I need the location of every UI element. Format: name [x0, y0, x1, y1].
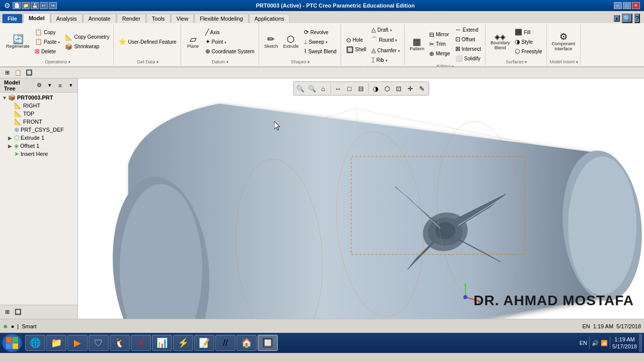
copy-geometry-button[interactable]: 📐Copy Geometry	[63, 33, 111, 42]
hole-button[interactable]: ⊙Hole	[344, 36, 368, 45]
extrude-button[interactable]: ⬡ Extrude	[281, 33, 301, 50]
taskbar-explorer[interactable]: 📁	[46, 335, 66, 351]
sidebar-view-toggle[interactable]: ⊞	[2, 68, 12, 78]
qa-redo[interactable]: ↪	[49, 2, 57, 9]
show-desktop-button[interactable]	[639, 334, 642, 352]
start-button[interactable]	[2, 334, 22, 352]
maximize-button[interactable]: □	[623, 2, 631, 9]
copy-button[interactable]: 📋Copy	[33, 28, 62, 37]
sketch-button[interactable]: ✏ Sketch	[262, 33, 280, 50]
coordinate-system-button[interactable]: ⊕Coordinate System	[203, 47, 257, 56]
shell-button[interactable]: 🔲Shell	[344, 45, 368, 54]
tree-item-csys[interactable]: ⊕ PRT_CSYS_DEF	[1, 126, 76, 134]
tree-item-insert[interactable]: ➤ Insert Here	[1, 150, 76, 158]
zoom-fit-button[interactable]: ⌂	[318, 83, 329, 94]
view-display-button[interactable]: ◑	[370, 83, 381, 94]
component-interface-button[interactable]: ⚙ ComponentInterface	[550, 31, 578, 53]
merge-button[interactable]: ⊕Merge	[427, 49, 452, 58]
view-datum-button[interactable]: ✛	[405, 83, 416, 94]
user-defined-feature-button[interactable]: ⭐User-Defined Feature	[117, 37, 178, 46]
taskbar-word[interactable]: 📝	[194, 335, 214, 351]
taskbar-app7[interactable]: ⚡	[173, 335, 193, 351]
tree-settings-button[interactable]: ▾	[45, 80, 54, 90]
rib-button[interactable]: ⌶Rib ▾	[369, 55, 402, 64]
tree-item-extrude1[interactable]: ▶ ⬡ Extrude 1	[1, 134, 76, 142]
view-named-button[interactable]: ↔	[333, 83, 344, 94]
mirror-button[interactable]: ⊟Mirror	[427, 30, 452, 39]
point-button[interactable]: ✦Point ▾	[203, 37, 257, 46]
taskbar-security[interactable]: 🛡	[89, 335, 109, 351]
minimize-button[interactable]: ─	[614, 2, 622, 9]
round-button[interactable]: ⌒Round ▾	[369, 35, 402, 45]
tab-analysis[interactable]: Analysis	[51, 14, 83, 23]
tree-filter-button[interactable]: ⚙	[34, 80, 44, 90]
taskbar-app9[interactable]: 🏠	[236, 335, 257, 351]
taskbar-excel[interactable]: 📊	[152, 335, 172, 351]
sweep-button[interactable]: ⟂Sweep ▾	[302, 37, 339, 46]
freestyle-button[interactable]: ⬡Freestyle	[513, 47, 544, 56]
paste-button[interactable]: 📋Paste ▾	[33, 37, 62, 46]
view-perspective-button[interactable]: ⬡	[382, 83, 393, 94]
offset-button[interactable]: ⊡Offset	[453, 35, 483, 44]
extend-button[interactable]: ↔Extend	[453, 25, 483, 34]
sidebar-bottom-btn2[interactable]: 🔲	[13, 307, 23, 317]
tree-item-offset1[interactable]: ▶ ◈ Offset 1	[1, 142, 76, 150]
tab-view[interactable]: View	[171, 14, 194, 23]
chamfer-button[interactable]: ◬Chamfer ▾	[369, 46, 402, 55]
ribbon-collapse[interactable]: ▲	[614, 15, 620, 22]
ribbon-help[interactable]: ?	[634, 14, 640, 23]
plane-button[interactable]: ▱ Plane	[184, 33, 202, 50]
taskbar-ie[interactable]: 🌐	[25, 335, 45, 351]
tab-tools[interactable]: Tools	[146, 14, 171, 23]
taskbar-app8[interactable]: //	[215, 335, 235, 351]
tree-item-right[interactable]: 📐 RIGHT	[1, 102, 76, 110]
zoom-in-button[interactable]: 🔍	[295, 83, 306, 94]
tab-applications[interactable]: Applications	[249, 14, 290, 23]
ribbon-search[interactable]: 🔍	[622, 14, 632, 23]
close-button[interactable]: ✕	[632, 2, 640, 9]
tree-item-prt0003[interactable]: ▼ 📦 PRT0003.PRT	[1, 94, 76, 102]
pattern-button[interactable]: ▦ Pattern	[408, 36, 426, 53]
swept-blend-button[interactable]: ⌇Swept Blend	[302, 47, 339, 56]
tree-item-top[interactable]: 📐 TOP	[1, 110, 76, 118]
tab-annotate[interactable]: Annotate	[83, 14, 116, 23]
taskbar-app5[interactable]: 🐧	[110, 335, 130, 351]
draft-button[interactable]: △Draft ▾	[369, 25, 402, 34]
axis-button[interactable]: ╱Axis	[203, 28, 257, 37]
qa-open[interactable]: 📁	[22, 2, 30, 9]
style-button[interactable]: ◑Style	[513, 37, 544, 46]
view-orient-button[interactable]: ⊟	[356, 83, 367, 94]
intersect-button[interactable]: ⊠Intersect	[453, 44, 483, 53]
qa-new[interactable]: 📄	[13, 2, 21, 9]
tree-expand-button[interactable]: ≡	[55, 80, 65, 90]
delete-button[interactable]: ⊠Delete	[33, 47, 62, 56]
tray-network-icon[interactable]: 📶	[601, 340, 608, 346]
shrinkwrap-button[interactable]: 📦Shrinkwrap	[63, 42, 111, 51]
revolve-button[interactable]: ⟳Revolve	[302, 28, 339, 37]
solidify-button[interactable]: ⬜Solidify	[453, 54, 483, 63]
tab-file[interactable]: File	[2, 14, 23, 23]
sidebar-bottom-btn1[interactable]: ⊞	[2, 307, 12, 317]
tab-flexible[interactable]: Flexible Modeling	[194, 14, 249, 23]
tab-render[interactable]: Render	[117, 14, 146, 23]
view-section-button[interactable]: ⊡	[393, 83, 405, 94]
fill-button[interactable]: ⬛Fill	[513, 28, 544, 37]
boundary-blend-button[interactable]: ◈◈ BoundaryBlend	[489, 32, 512, 52]
taskbar-app6[interactable]: ✕	[131, 335, 151, 351]
trim-button[interactable]: ✂Trim	[427, 40, 452, 49]
zoom-out-button[interactable]: 🔍	[306, 83, 317, 94]
qa-save[interactable]: 💾	[31, 2, 39, 9]
tree-options-button[interactable]: ▾	[66, 80, 75, 90]
sidebar-icon-1[interactable]: 📋	[13, 68, 23, 78]
sidebar-icon-2[interactable]: 🔲	[24, 68, 34, 78]
taskbar-creo[interactable]: 🔲	[258, 335, 278, 351]
view-annotation-button[interactable]: ✎	[417, 83, 428, 94]
taskbar-media[interactable]: ▶	[67, 335, 88, 351]
regenerate-button[interactable]: 🔄 Regenerate	[4, 33, 32, 50]
view-refit-button[interactable]: □	[344, 83, 355, 94]
tree-item-front[interactable]: 📐 FRONT	[1, 118, 76, 126]
tray-volume[interactable]: 🔊	[592, 340, 599, 346]
viewport[interactable]: 🔍 🔍 ⌂ ↔ □ ⊟ ◑ ⬡ ⊡ ✛ ✎	[78, 78, 644, 319]
tab-model[interactable]: Model	[23, 13, 50, 23]
qa-undo[interactable]: ↩	[40, 2, 48, 9]
